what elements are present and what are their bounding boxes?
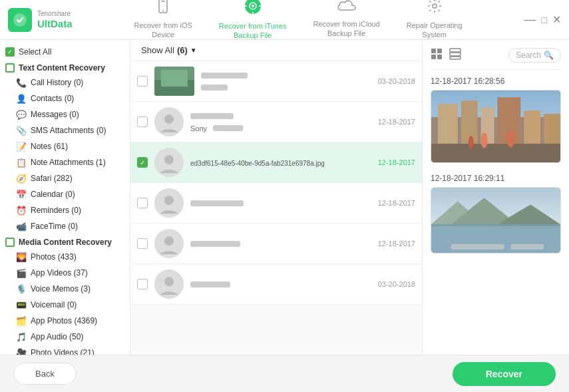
sidebar-item-label: FaceTime (0) xyxy=(31,222,78,231)
facetime-icon: 📹 xyxy=(16,221,27,232)
file-info-6 xyxy=(190,278,371,290)
sidebar-item-app-photos[interactable]: 🗂️ App Photos (4369) xyxy=(0,313,130,329)
sidebar-item-label: App Photos (4369) xyxy=(31,316,97,325)
select-all-label: Select All xyxy=(19,47,51,57)
file-thumb-3 xyxy=(154,148,184,177)
file-checkbox-3[interactable]: ✓ xyxy=(137,157,148,168)
app-audio-icon: 🎵 xyxy=(16,331,27,342)
sidebar-item-label: Notes (61) xyxy=(31,142,68,151)
file-checkbox-1[interactable] xyxy=(137,76,148,87)
preview-image-1 xyxy=(431,90,561,163)
file-date-3: 12-18-2017 xyxy=(378,158,415,166)
photo-videos-icon: 🎥 xyxy=(16,347,27,355)
select-all-checkbox[interactable]: ✓ xyxy=(5,47,15,57)
sidebar-item-label: Voice Memos (3) xyxy=(31,284,91,294)
file-date-6: 03-20-2018 xyxy=(378,280,415,288)
reminders-icon: ⏰ xyxy=(16,205,27,216)
file-row[interactable]: Sony 12-18-2017 xyxy=(130,102,422,142)
show-all-count: (6) xyxy=(177,45,188,55)
file-checkbox-2[interactable] xyxy=(137,116,148,127)
app-videos-icon: 🎬 xyxy=(16,268,27,278)
file-info-1 xyxy=(201,69,371,93)
app-logo xyxy=(8,8,32,32)
file-thumb-2 xyxy=(154,107,184,136)
nav-icloud-label: Recover from iCloudBackup File xyxy=(313,19,380,39)
icloud-icon xyxy=(337,0,356,17)
sidebar-item-call-history[interactable]: 📞 Call History (0) xyxy=(0,75,130,91)
group-text-label: Text Content Recovery xyxy=(19,63,105,73)
file-row[interactable]: ✓ ed3df615-48e5-40be-9d5a-fab231e6978a.j… xyxy=(130,142,422,183)
sidebar-item-label: Contacts (0) xyxy=(31,94,74,103)
app-name: Tenorshare UltData xyxy=(37,10,73,30)
sidebar-item-reminders[interactable]: ⏰ Reminders (0) xyxy=(0,202,130,218)
svg-rect-34 xyxy=(524,110,540,144)
svg-point-14 xyxy=(164,155,174,164)
footer: Back Recover xyxy=(0,355,569,392)
svg-rect-35 xyxy=(544,114,560,144)
file-name-text-3: ed3df615-48e5-40be-9d5a-fab231e6978a.jpg xyxy=(190,160,325,167)
photos-icon: 🌄 xyxy=(16,252,27,262)
safari-icon: 🧭 xyxy=(16,173,27,184)
contacts-icon: 👤 xyxy=(16,93,27,104)
nav-repair-label: Repair OperatingSystem xyxy=(407,21,463,40)
svg-rect-36 xyxy=(431,144,560,163)
minimize-btn[interactable]: — xyxy=(524,13,536,27)
grid-view-icon[interactable] xyxy=(431,48,443,63)
sidebar-item-voicemail[interactable]: 📟 Voicemail (0) xyxy=(0,297,130,313)
nav-itunes-label: Recover from iTunesBackup File xyxy=(219,21,287,41)
file-checkbox-5[interactable] xyxy=(137,238,148,249)
sidebar-item-app-audio[interactable]: 🎵 App Audio (50) xyxy=(0,329,130,345)
sidebar-item-calendar[interactable]: 📅 Calendar (0) xyxy=(0,186,130,202)
select-all[interactable]: ✓ Select All xyxy=(0,44,130,60)
search-box[interactable]: Search 🔍 xyxy=(508,48,561,63)
ios-icon xyxy=(155,0,171,18)
svg-point-20 xyxy=(164,277,174,286)
group-text-content: Text Content Recovery xyxy=(0,60,130,75)
sidebar-item-sms-attachments[interactable]: 📎 SMS Attachments (0) xyxy=(0,122,130,138)
svg-rect-24 xyxy=(437,55,442,59)
preview-item-2: 12-18-2017 16:29:11 xyxy=(431,174,561,254)
sms-attach-icon: 📎 xyxy=(16,125,27,136)
sidebar-item-messages[interactable]: 💬 Messages (0) xyxy=(0,106,130,122)
list-view-icon[interactable] xyxy=(449,48,461,63)
sidebar-item-photos[interactable]: 🌄 Photos (433) xyxy=(0,249,130,265)
sidebar-item-photo-videos[interactable]: 🎥 Photo Videos (21) xyxy=(0,345,130,355)
file-row[interactable]: 12-18-2017 xyxy=(130,183,422,224)
svg-point-18 xyxy=(164,236,174,246)
group-text-checkbox[interactable] xyxy=(5,63,15,73)
sidebar-item-contacts[interactable]: 👤 Contacts (0) xyxy=(0,91,130,106)
sidebar-item-notes[interactable]: 📝 Notes (61) xyxy=(0,138,130,154)
file-checkbox-6[interactable] xyxy=(137,279,148,290)
svg-rect-10 xyxy=(161,70,188,87)
svg-point-39 xyxy=(469,136,474,149)
itunes-icon xyxy=(244,0,262,19)
sidebar-item-label: Call History (0) xyxy=(31,78,83,87)
group-media-checkbox[interactable] xyxy=(5,238,15,247)
sidebar-item-note-attachments[interactable]: 📋 Note Attachments (1) xyxy=(0,154,130,170)
file-row[interactable]: 03-20-2018 xyxy=(130,264,422,305)
file-row[interactable]: 12-18-2017 xyxy=(130,224,422,264)
file-name-blurred xyxy=(190,200,244,206)
close-btn[interactable]: ✕ xyxy=(552,13,561,26)
sidebar: ✓ Select All Text Content Recovery 📞 Cal… xyxy=(0,40,130,355)
file-list: 03-20-2018 Sony 12-18-2017 xyxy=(130,61,422,355)
sidebar-item-safari[interactable]: 🧭 Safari (282) xyxy=(0,170,130,186)
sidebar-item-voice-memos[interactable]: 🎙️ Voice Memos (3) xyxy=(0,281,130,297)
show-all-button[interactable]: Show All (6) ▼ xyxy=(141,45,197,55)
svg-rect-2 xyxy=(161,1,165,2)
app-branding: Tenorshare UltData xyxy=(8,8,73,32)
chevron-down-icon: ▼ xyxy=(190,47,197,54)
recover-button[interactable]: Recover xyxy=(453,362,556,386)
sidebar-item-label: Reminders (0) xyxy=(31,206,81,215)
back-button[interactable]: Back xyxy=(13,363,77,385)
nav-icloud[interactable]: Recover from iCloudBackup File xyxy=(300,0,393,45)
sidebar-item-app-videos[interactable]: 🎬 App Videos (37) xyxy=(0,265,130,281)
repair-icon xyxy=(427,0,443,18)
voicemail-icon: 📟 xyxy=(16,299,27,310)
file-checkbox-4[interactable] xyxy=(137,198,148,208)
file-row[interactable]: 03-20-2018 xyxy=(130,61,422,102)
maximize-btn[interactable]: □ xyxy=(542,15,547,25)
sidebar-item-label: Messages (0) xyxy=(31,110,79,119)
sidebar-item-label: Voicemail (0) xyxy=(31,300,77,309)
sidebar-item-facetime[interactable]: 📹 FaceTime (0) xyxy=(0,218,130,234)
